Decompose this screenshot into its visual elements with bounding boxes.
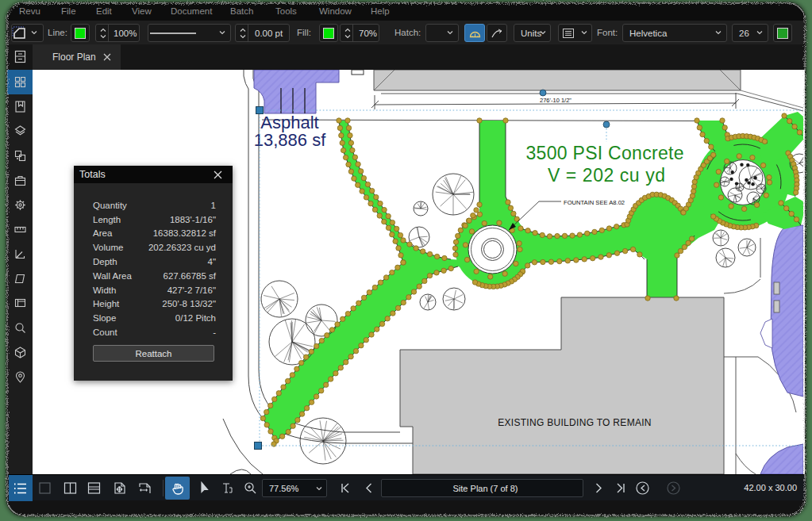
svg-text:13,886 sf: 13,886 sf bbox=[254, 130, 326, 150]
svg-text:276'-10 1/2": 276'-10 1/2" bbox=[540, 97, 571, 104]
svg-text:V = 202 cu yd: V = 202 cu yd bbox=[548, 165, 665, 186]
svg-text:3500 PSI Concrete: 3500 PSI Concrete bbox=[526, 143, 684, 163]
svg-text:FOUNTAIN SEE A8.02: FOUNTAIN SEE A8.02 bbox=[564, 199, 625, 206]
svg-text:EXISTING BUILDING TO REMAIN: EXISTING BUILDING TO REMAIN bbox=[498, 417, 652, 428]
